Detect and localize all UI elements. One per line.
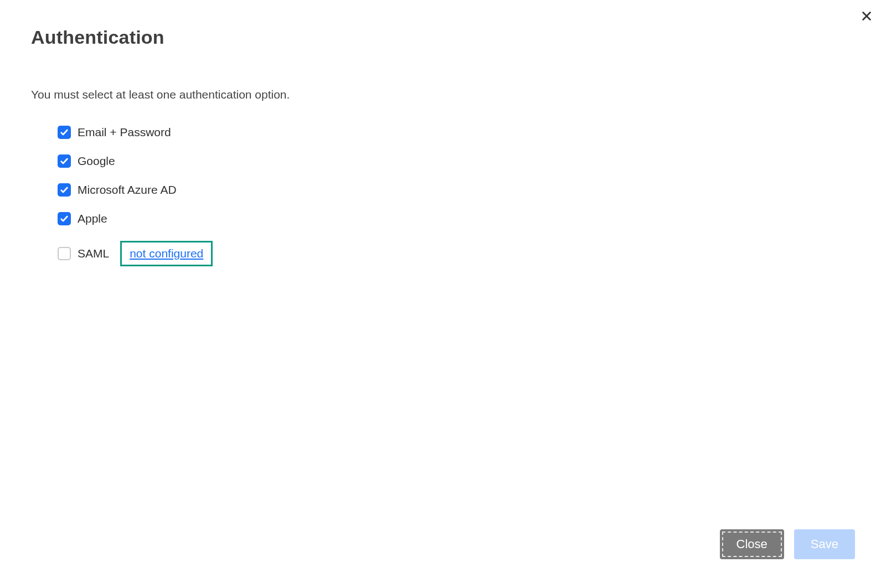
checkbox-azure-ad[interactable] [58,183,71,197]
auth-options-list: Email + Password Google Microsoft Azure … [31,126,855,266]
option-apple: Apple [58,212,855,225]
saml-not-configured-link[interactable]: not configured [130,247,203,260]
option-azure-ad: Microsoft Azure AD [58,183,855,197]
option-label: Apple [78,212,107,225]
checkbox-email-password[interactable] [58,126,71,139]
option-google: Google [58,154,855,168]
option-email-password: Email + Password [58,126,855,139]
saml-status-highlight: not configured [120,241,213,266]
checkbox-apple[interactable] [58,212,71,225]
checkbox-google[interactable] [58,154,71,168]
dialog-footer: Close Save [720,529,855,559]
checkbox-saml[interactable] [58,247,71,260]
option-saml: SAML not configured [58,241,855,266]
page-title: Authentication [31,27,855,48]
option-label: Microsoft Azure AD [78,183,177,197]
option-label: Google [78,154,115,168]
save-button[interactable]: Save [794,529,855,559]
option-label: SAML [78,247,109,260]
close-icon[interactable] [861,10,873,22]
option-label: Email + Password [78,126,171,139]
close-button[interactable]: Close [720,529,784,559]
instruction-text: You must select at least one authenticat… [31,88,855,101]
